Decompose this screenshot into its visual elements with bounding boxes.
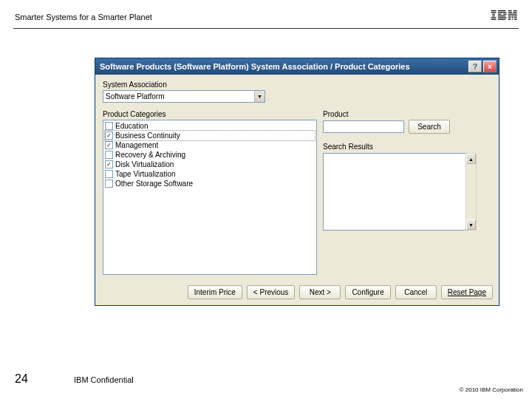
slide-title: Smarter Systems for a Smarter Planet — [15, 13, 152, 21]
search-results-listbox[interactable]: ▲ ▼ — [323, 153, 477, 231]
ibm-logo — [491, 10, 517, 24]
configure-button[interactable]: Configure — [345, 285, 390, 299]
svg-rect-5 — [491, 19, 497, 20]
svg-rect-13 — [508, 10, 512, 11]
svg-rect-8 — [498, 14, 502, 15]
svg-rect-16 — [513, 12, 516, 13]
svg-rect-12 — [498, 19, 506, 20]
category-row[interactable]: ✓Management — [105, 140, 315, 150]
svg-rect-2 — [492, 14, 495, 15]
svg-rect-0 — [491, 10, 497, 11]
checkbox-icon[interactable]: ✓ — [105, 141, 113, 149]
chevron-down-icon: ▼ — [254, 91, 265, 102]
copyright-text: © 2010 IBM Corporation — [460, 386, 523, 393]
scroll-down-icon[interactable]: ▼ — [466, 219, 476, 230]
category-row[interactable]: Education — [105, 121, 315, 131]
category-row[interactable]: ✓Business Continuity — [105, 131, 315, 140]
system-association-combo[interactable]: Software Platform ▼ — [103, 90, 265, 103]
dialog-window: Software Products (Software Platform) Sy… — [95, 58, 499, 306]
svg-rect-3 — [492, 16, 495, 16]
category-label: Other Storage Software — [115, 180, 193, 188]
category-row[interactable]: Tape Virtualization — [105, 169, 315, 179]
cancel-button[interactable]: Cancel — [395, 285, 437, 299]
confidential-text: IBM Confidential — [74, 375, 134, 384]
scroll-up-icon[interactable]: ▲ — [466, 154, 476, 164]
close-button[interactable]: × — [483, 61, 497, 72]
svg-rect-24 — [514, 17, 517, 18]
svg-rect-11 — [498, 17, 507, 18]
checkbox-icon[interactable] — [105, 170, 113, 178]
svg-rect-18 — [513, 14, 517, 15]
svg-rect-10 — [498, 16, 506, 16]
checkbox-icon[interactable]: ✓ — [105, 160, 113, 168]
category-row[interactable]: ✓Disk Virtualization — [105, 160, 315, 169]
svg-rect-19 — [508, 16, 511, 16]
next-button[interactable]: Next > — [299, 285, 341, 299]
titlebar: Software Products (Software Platform) Sy… — [95, 58, 499, 75]
category-label: Management — [115, 142, 158, 149]
svg-rect-6 — [498, 10, 506, 11]
checkbox-icon[interactable]: ✓ — [105, 132, 113, 140]
svg-rect-4 — [491, 17, 497, 18]
category-label: Recovery & Archiving — [115, 151, 185, 159]
svg-rect-25 — [508, 19, 511, 20]
svg-rect-14 — [514, 10, 517, 11]
product-search-input[interactable] — [323, 120, 404, 133]
svg-rect-7 — [498, 12, 507, 13]
reset-page-button[interactable]: Reset Page — [441, 285, 493, 299]
product-categories-label: Product Categories — [103, 110, 317, 118]
category-label: Disk Virtualization — [115, 161, 174, 168]
system-association-label: System Association — [103, 81, 491, 89]
svg-rect-15 — [508, 12, 512, 13]
page-number: 24 — [15, 372, 74, 386]
svg-rect-20 — [511, 16, 514, 16]
category-label: Tape Virtualization — [115, 171, 176, 178]
interim-price-button[interactable]: Interim Price — [188, 285, 242, 299]
search-results-label: Search Results — [323, 143, 491, 151]
scrollbar[interactable]: ▲ ▼ — [466, 153, 477, 231]
checkbox-icon[interactable] — [105, 151, 113, 159]
previous-button[interactable]: < Previous — [247, 285, 296, 299]
checkbox-icon[interactable] — [105, 180, 113, 188]
svg-rect-27 — [514, 19, 517, 20]
svg-rect-1 — [491, 12, 497, 13]
category-label: Business Continuity — [115, 132, 180, 140]
svg-rect-22 — [508, 17, 511, 18]
help-button[interactable]: ? — [468, 61, 482, 72]
category-row[interactable]: Recovery & Archiving — [105, 150, 315, 160]
titlebar-text: Software Products (Software Platform) Sy… — [100, 62, 410, 71]
header-divider — [13, 28, 519, 29]
checkbox-icon[interactable] — [105, 122, 113, 130]
svg-rect-17 — [508, 14, 513, 15]
category-row[interactable]: Other Storage Software — [105, 179, 315, 188]
svg-rect-21 — [514, 16, 517, 16]
system-association-value: Software Platform — [106, 92, 164, 100]
product-label: Product — [323, 110, 491, 118]
category-label: Education — [115, 123, 148, 130]
search-button[interactable]: Search — [409, 120, 450, 134]
product-categories-listbox[interactable]: Education✓Business Continuity✓Management… — [103, 120, 317, 275]
svg-rect-26 — [512, 19, 513, 20]
svg-rect-9 — [503, 14, 507, 15]
svg-rect-23 — [512, 17, 514, 18]
